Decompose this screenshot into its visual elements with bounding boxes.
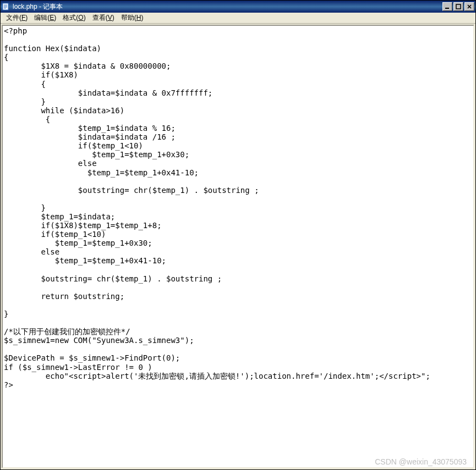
menu-format[interactable]: 格式(O) bbox=[59, 12, 89, 24]
notepad-icon bbox=[2, 2, 10, 11]
client-area-wrap: <?php function Hex($indata) { $1X8 = $in… bbox=[1, 24, 475, 469]
maximize-button[interactable] bbox=[453, 2, 463, 11]
menu-format-label: 格式 bbox=[63, 14, 76, 21]
menu-view-key: V bbox=[108, 14, 112, 21]
menu-edit[interactable]: 编辑(E) bbox=[31, 12, 59, 24]
client-area: <?php function Hex($indata) { $1X8 = $in… bbox=[2, 25, 474, 468]
menu-file[interactable]: 文件(F) bbox=[3, 12, 31, 24]
svg-rect-0 bbox=[3, 3, 8, 10]
titlebar[interactable]: lock.php - 记事本 bbox=[1, 1, 475, 13]
menu-help-label: 帮助 bbox=[121, 14, 134, 21]
menu-edit-label: 编辑 bbox=[34, 14, 47, 21]
notepad-window: lock.php - 记事本 文件(F) 编辑(E) 格式(O) 查看(V) bbox=[0, 0, 476, 470]
window-buttons bbox=[442, 2, 474, 11]
menu-help[interactable]: 帮助(H) bbox=[118, 12, 147, 24]
menu-file-key: F bbox=[21, 14, 25, 21]
minimize-button[interactable] bbox=[442, 2, 452, 11]
close-button[interactable] bbox=[464, 2, 474, 11]
editor-textarea[interactable]: <?php function Hex($indata) { $1X8 = $in… bbox=[3, 26, 473, 467]
menubar: 文件(F) 编辑(E) 格式(O) 查看(V) 帮助(H) bbox=[1, 13, 475, 24]
menu-file-label: 文件 bbox=[6, 14, 19, 21]
menu-format-key: O bbox=[78, 14, 83, 21]
menu-view-label: 查看 bbox=[92, 14, 106, 21]
menu-help-key: H bbox=[136, 14, 141, 21]
svg-rect-6 bbox=[456, 4, 461, 9]
window-title: lock.php - 记事本 bbox=[13, 2, 442, 12]
menu-edit-key: E bbox=[50, 14, 54, 21]
svg-rect-5 bbox=[445, 8, 449, 9]
menu-view[interactable]: 查看(V) bbox=[89, 12, 118, 24]
